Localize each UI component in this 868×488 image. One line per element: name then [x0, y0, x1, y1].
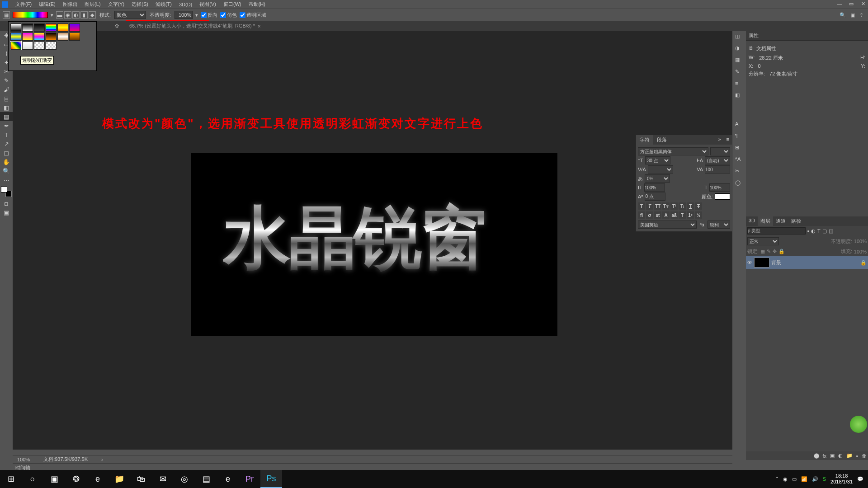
hand-tool-icon[interactable]: ✋: [0, 157, 13, 166]
reflected-gradient-icon[interactable]: ▮: [80, 11, 88, 19]
quickmask-icon[interactable]: ◘: [0, 199, 13, 208]
menu-type[interactable]: 文字(Y): [104, 0, 128, 9]
adjustment-icon[interactable]: ◐: [838, 453, 843, 459]
preset-swatch[interactable]: [69, 23, 80, 32]
filter-type-icon[interactable]: T: [817, 228, 821, 234]
fi-button[interactable]: fi: [638, 211, 645, 219]
taskbar-app-2[interactable]: ▤: [195, 470, 217, 488]
tray-chevron-icon[interactable]: ˄: [776, 476, 778, 482]
delete-layer-icon[interactable]: 🗑: [862, 453, 867, 459]
a2-panel-icon[interactable]: ᴬA: [735, 156, 743, 164]
arrange-icon[interactable]: ▣: [850, 12, 855, 18]
lock-all-icon[interactable]: 🔒: [778, 249, 785, 254]
menu-help[interactable]: 帮助(H): [245, 0, 269, 9]
blend-mode-select[interactable]: 正常: [747, 237, 779, 245]
smallcaps-button[interactable]: Tᴛ: [662, 202, 670, 210]
panel-menu-icon[interactable]: ≡: [724, 135, 732, 145]
gradient-preview[interactable]: [13, 12, 48, 18]
lock-pos-icon[interactable]: ✥: [773, 249, 777, 254]
color-panel-icon[interactable]: ◑: [735, 45, 743, 53]
char-panel-icon[interactable]: A: [735, 121, 743, 129]
filter-adjust-icon[interactable]: ◐: [811, 228, 816, 234]
assistant-badge-icon[interactable]: [850, 416, 867, 433]
antialias-select[interactable]: 锐利: [708, 221, 730, 229]
font-family-select[interactable]: 方正超粗黑简体: [638, 147, 708, 155]
lock-paint-icon[interactable]: ✎: [767, 249, 771, 254]
status-arrow-icon[interactable]: ›: [101, 457, 103, 462]
text-color-swatch[interactable]: [715, 193, 730, 200]
menu-filter[interactable]: 滤镜(T): [152, 0, 175, 9]
preset-swatch[interactable]: [57, 23, 68, 32]
menu-layer[interactable]: 图层(L): [81, 0, 104, 9]
layer-row-background[interactable]: 👁 背景 🔒: [746, 256, 868, 269]
menu-select[interactable]: 选择(S): [128, 0, 152, 9]
tab-channels[interactable]: 通道: [773, 216, 788, 226]
bold-button[interactable]: T: [638, 202, 645, 210]
preset-swatch[interactable]: [34, 42, 45, 50]
kerning-select[interactable]: [648, 165, 673, 174]
mail-icon[interactable]: ✉: [152, 470, 174, 488]
filter-shape-icon[interactable]: ▢: [822, 228, 827, 234]
character-panel[interactable]: 字符 段落 » ≡ 方正超粗黑简体- тT30 点ⱵA(自动) V/AVA あ0…: [636, 135, 732, 232]
gradient-tool-icon[interactable]: ▤: [0, 112, 13, 121]
group-icon[interactable]: 📁: [846, 453, 853, 459]
preset-swatch-selected[interactable]: [10, 42, 21, 50]
menu-3d[interactable]: 3D(D): [175, 1, 196, 8]
tray-clock[interactable]: 18:182018/1/31: [830, 473, 853, 485]
baseline-select[interactable]: 0%: [645, 174, 670, 183]
o-button[interactable]: σ: [646, 211, 653, 219]
tray-security-icon[interactable]: ◉: [783, 476, 788, 482]
edge-icon[interactable]: e: [87, 470, 108, 488]
opacity-input[interactable]: [175, 11, 193, 19]
tray-wifi-icon[interactable]: 📶: [801, 476, 807, 482]
history-panel-icon[interactable]: ◫: [735, 33, 743, 42]
lock-trans-icon[interactable]: ▦: [760, 249, 765, 254]
language-select[interactable]: 美国英语: [638, 221, 697, 229]
preset-swatch[interactable]: [46, 33, 57, 41]
half-button[interactable]: ½: [695, 211, 702, 219]
preset-swatch[interactable]: [46, 42, 57, 50]
radial-gradient-icon[interactable]: ◉: [64, 11, 71, 19]
font-style-select[interactable]: -: [710, 147, 730, 155]
cortana-icon[interactable]: ○: [22, 470, 43, 488]
preset-swatch[interactable]: [69, 33, 80, 41]
taskbar-app-1[interactable]: ❂: [65, 470, 87, 488]
tray-volume-icon[interactable]: 🔊: [812, 476, 818, 482]
mode-select[interactable]: 颜色: [114, 11, 146, 19]
filter-pixel-icon[interactable]: ▪: [807, 228, 809, 234]
pen-tool-icon[interactable]: ✒: [0, 121, 13, 130]
italic-button[interactable]: T: [646, 202, 653, 210]
glyph-panel-icon[interactable]: ⊞: [735, 145, 743, 153]
preset-swatch[interactable]: [46, 23, 57, 32]
document-tab[interactable]: 66.7% (设置好笔头大小，选用"交叉排线4"笔刷, RGB/8) * ×: [127, 23, 263, 29]
tab-paragraph[interactable]: 段落: [653, 135, 670, 145]
dither-checkbox[interactable]: 仿色: [220, 12, 237, 19]
brush-tool-icon[interactable]: 🖌: [0, 85, 13, 94]
type-tool-icon[interactable]: T: [0, 130, 13, 139]
transparency-checkbox[interactable]: 透明区域: [240, 12, 266, 19]
brushes-panel-icon[interactable]: ✎: [735, 69, 743, 77]
angle-gradient-icon[interactable]: ◐: [72, 11, 80, 19]
store-icon[interactable]: 🛍: [130, 470, 152, 488]
menu-image[interactable]: 图像(I): [59, 0, 81, 9]
1st-button[interactable]: 1ˢ: [687, 211, 694, 219]
photoshop-icon[interactable]: Ps: [260, 470, 282, 488]
mask-icon[interactable]: ▣: [830, 453, 835, 459]
zoom-tool-icon[interactable]: 🔍: [0, 166, 13, 175]
menu-view[interactable]: 视图(V): [196, 0, 220, 9]
layer-filter-input[interactable]: [747, 227, 806, 235]
zoom-level[interactable]: 100%: [17, 457, 30, 462]
ad-button[interactable]: aā: [670, 211, 678, 219]
gradient-picker-arrow-icon[interactable]: ▾: [51, 12, 53, 18]
preset-swatch[interactable]: [22, 42, 33, 50]
path-tool-icon[interactable]: ↗: [0, 139, 13, 148]
menu-file[interactable]: 文件(F): [12, 0, 35, 9]
edge2-icon[interactable]: e: [217, 470, 239, 488]
sub-button[interactable]: Tᵢ: [679, 202, 686, 210]
vscale-input[interactable]: [644, 183, 665, 192]
canvas-area[interactable]: 模式改为"颜色"，选用渐变工具使用透明彩虹渐变对文字进行上色 水晶锐窗: [13, 31, 732, 450]
premiere-icon[interactable]: Pr: [239, 470, 260, 488]
swatches-panel-icon[interactable]: ▦: [735, 57, 743, 65]
browser360-icon[interactable]: ◎: [174, 470, 195, 488]
menu-window[interactable]: 窗口(W): [220, 0, 245, 9]
